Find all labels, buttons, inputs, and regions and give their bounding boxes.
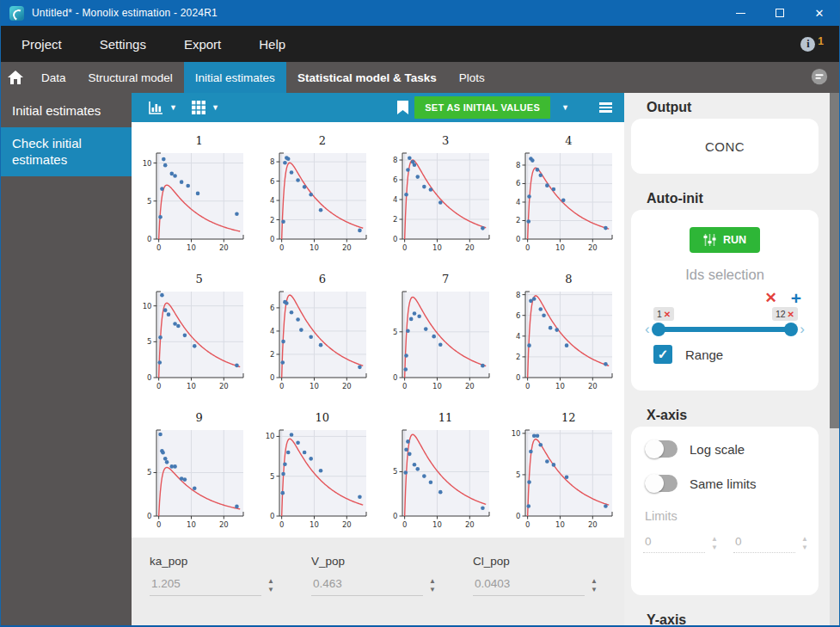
panel-scrollbar-thumb[interactable] [830,93,839,428]
v-pop-stepper[interactable]: ▲▼ [429,578,436,593]
svg-text:10: 10 [555,243,565,252]
x-axis-heading: X-axis [647,408,819,423]
svg-text:0: 0 [147,512,151,520]
ids-range-slider[interactable] [652,323,799,336]
x-limit-max-stepper[interactable]: ▲▼ [801,536,808,550]
v-pop-input[interactable] [311,575,423,596]
svg-text:0: 0 [270,235,274,243]
grid-layout-icon[interactable] [192,101,205,114]
svg-text:2: 2 [516,353,520,361]
svg-text:20: 20 [588,243,598,252]
svg-text:20: 20 [342,382,352,390]
notification-count: 1 [818,35,824,47]
svg-text:5: 5 [270,472,274,481]
slider-right-chevron-icon[interactable]: › [798,323,806,335]
svg-text:5: 5 [393,467,397,476]
x-limit-min-input[interactable] [643,533,705,553]
svg-text:2: 2 [270,350,274,359]
id-max-value: 12 [776,309,786,319]
subplot-title: 11 [385,411,494,424]
svg-text:10: 10 [432,243,442,252]
svg-text:5: 5 [147,197,151,206]
menu-hamburger-icon[interactable] [599,102,612,113]
id-min-badge[interactable]: 1 ✕ [653,307,674,321]
sidebar-item-check-initial-estimates[interactable]: Check initial estimates [1,127,132,176]
subplot-title: 7 [385,273,494,286]
chart-type-caret-icon[interactable]: ▼ [169,103,177,112]
log-scale-toggle[interactable] [645,440,678,458]
remove-ids-icon[interactable]: ✕ [764,292,776,305]
svg-text:10: 10 [187,520,196,529]
close-button[interactable]: ✕ [800,0,839,26]
ka-pop-stepper[interactable]: ▲▼ [267,578,274,593]
grid-layout-caret-icon[interactable]: ▼ [212,103,219,112]
subplot-title: 1 [139,134,248,147]
subplot-title: 12 [508,411,616,424]
info-icon[interactable]: i [800,37,815,52]
bookmark-icon[interactable] [397,101,408,114]
svg-text:5: 5 [147,468,151,476]
id-min-remove-icon[interactable]: ✕ [664,310,671,319]
svg-text:10: 10 [310,382,319,390]
run-button[interactable]: RUN [690,227,760,253]
svg-text:10: 10 [512,429,521,438]
home-icon [8,71,23,84]
slider-track[interactable] [657,327,794,332]
svg-text:2: 2 [270,216,274,224]
id-max-badge[interactable]: 12 ✕ [772,307,798,321]
svg-text:20: 20 [588,382,598,390]
subplot-2: 20246801020 [254,122,377,261]
output-heading: Output [647,100,819,115]
tab-initial-estimates[interactable]: Initial estimates [184,62,286,93]
slider-max-handle[interactable] [784,323,798,336]
x-limit-max-input[interactable] [733,533,795,553]
home-button[interactable] [1,62,30,93]
tab-structural-model[interactable]: Structural model [77,62,184,93]
svg-text:10: 10 [266,432,275,440]
sidebar-item-initial-estimates[interactable]: Initial estimates [1,93,132,127]
tab-data[interactable]: Data [30,62,77,93]
svg-text:2: 2 [516,216,520,224]
subplot-10: 10051001020 [254,399,377,538]
svg-text:0: 0 [402,243,407,252]
menu-settings[interactable]: Settings [100,34,155,55]
same-limits-toggle[interactable] [645,475,678,492]
subplot-title: 9 [139,411,248,424]
menu-help[interactable]: Help [259,34,294,55]
tab-statistical-model-tasks[interactable]: Statistical model & Tasks [286,62,448,93]
cl-pop-input[interactable] [473,575,585,596]
svg-text:0: 0 [279,382,284,390]
auto-init-card: RUN Ids selection ✕ + 1 ✕ 12 ✕ [631,210,819,390]
svg-text:8: 8 [516,161,520,169]
svg-text:10: 10 [432,382,442,390]
minimize-button[interactable] [720,0,760,26]
set-values-caret-icon[interactable]: ▼ [561,103,569,112]
slider-left-chevron-icon[interactable]: ‹ [643,323,652,335]
output-value[interactable]: CONC [705,139,745,154]
feedback-chat-icon[interactable] [810,68,829,87]
ka-pop-input[interactable] [150,575,261,596]
settings-panel: Output CONC Auto-init RUN Ids selection [624,93,839,625]
subplot-canvas: 0246801020 [508,149,616,254]
subplot-canvas: 051001020 [262,426,371,531]
plots-area: 1051001020202468010203024680102040246801… [132,122,624,538]
subplot-title: 6 [262,273,371,286]
cl-pop-stepper[interactable]: ▲▼ [591,578,598,593]
slider-min-handle[interactable] [652,323,665,336]
svg-text:20: 20 [219,243,229,252]
x-limit-min-stepper[interactable]: ▲▼ [711,536,718,550]
subplot-8: 80246801020 [501,261,624,399]
chart-type-icon[interactable] [149,101,163,114]
svg-text:5: 5 [516,470,520,479]
id-max-remove-icon[interactable]: ✕ [788,310,794,319]
output-card: CONC [631,119,819,174]
param-ka-pop: ka_pop ▲▼ [150,555,280,625]
log-scale-label: Log scale [690,442,745,457]
tab-plots[interactable]: Plots [448,62,496,93]
add-ids-icon[interactable]: + [791,292,801,305]
menu-project[interactable]: Project [21,34,71,55]
maximize-button[interactable] [760,0,800,26]
menu-export[interactable]: Export [184,34,230,55]
set-as-initial-values-button[interactable]: SET AS INITIAL VALUES [414,96,550,119]
range-checkbox[interactable]: ✓ [653,345,672,364]
